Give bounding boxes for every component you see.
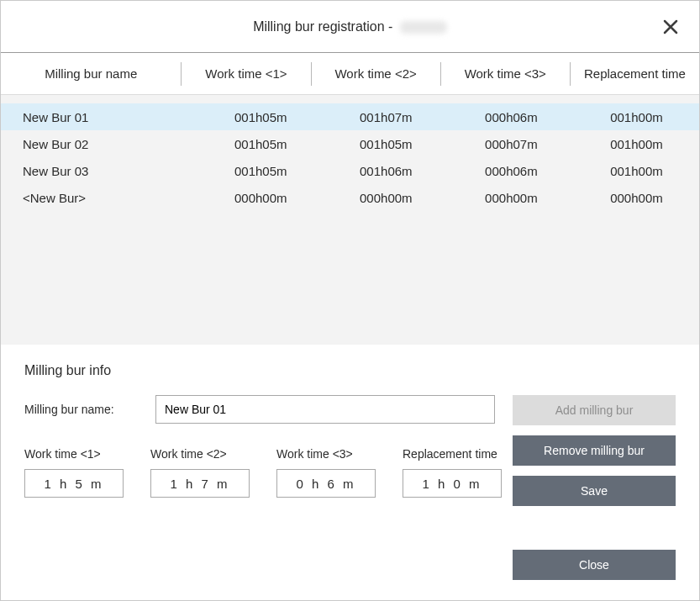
wt1-label: Work time <1> <box>24 447 124 461</box>
cell-value: 000h00m <box>198 191 324 205</box>
worktime-row: Work time <1> 1 h 5 m Work time <2> 1 h … <box>24 447 676 498</box>
cell-value: 001h00m <box>574 164 699 178</box>
cell-value: 000h00m <box>324 191 449 205</box>
bur-table: Milling bur name Work time <1> Work time… <box>1 53 699 345</box>
table-row[interactable]: New Bur 02001h05m001h05m000h07m001h00m <box>1 130 699 157</box>
wt1-input[interactable]: 1 h 5 m <box>24 469 124 498</box>
wt2-input[interactable]: 1 h 7 m <box>150 469 250 498</box>
cell-value: 000h00m <box>449 191 574 205</box>
wt2-col: Work time <2> 1 h 7 m <box>150 447 250 498</box>
wt3-label: Work time <3> <box>276 447 376 461</box>
cell-value: 000h06m <box>449 164 574 178</box>
cell-value: 000h06m <box>449 110 574 124</box>
cell-value: 001h05m <box>198 110 324 124</box>
wt1-col: Work time <1> 1 h 5 m <box>24 447 124 498</box>
col-name: Milling bur name <box>1 66 181 81</box>
cell-value: 001h00m <box>574 110 699 124</box>
name-input[interactable] <box>155 395 495 424</box>
cell-value: 001h00m <box>574 137 699 151</box>
footer: Close <box>1 550 699 600</box>
cell-value: 001h05m <box>198 164 324 178</box>
title-text: Milling bur registration - <box>253 19 397 34</box>
col-wt1: Work time <1> <box>182 66 310 81</box>
table-row[interactable]: <New Bur>000h00m000h00m000h00m000h00m <box>1 184 699 211</box>
cell-name: <New Bur> <box>1 191 198 205</box>
col-replacement: Replacement time <box>571 66 699 81</box>
cell-value: 001h05m <box>198 137 324 151</box>
add-milling-bur-button[interactable]: Add milling bur <box>513 395 676 425</box>
info-panel: Milling bur info Milling bur name: Add m… <box>1 345 699 550</box>
title-suffix-blur <box>400 21 447 34</box>
cell-name: New Bur 02 <box>1 137 198 151</box>
table-row[interactable]: New Bur 03001h05m001h06m000h06m001h00m <box>1 157 699 184</box>
titlebar: Milling bur registration - <box>1 1 699 53</box>
replacement-label: Replacement time <box>403 447 502 461</box>
name-and-buttons-row: Milling bur name: Add milling bur Remove… <box>24 395 676 424</box>
cell-name: New Bur 01 <box>1 110 198 124</box>
name-label: Milling bur name: <box>24 403 155 416</box>
info-title: Milling bur info <box>24 363 676 378</box>
close-icon[interactable] <box>662 18 679 35</box>
close-button[interactable]: Close <box>513 550 676 580</box>
wt3-input[interactable]: 0 h 6 m <box>276 469 376 498</box>
wt3-col: Work time <3> 0 h 6 m <box>276 447 376 498</box>
col-wt3: Work time <3> <box>441 66 570 81</box>
dialog-title: Milling bur registration - <box>253 19 447 34</box>
cell-name: New Bur 03 <box>1 164 198 178</box>
cell-value: 000h00m <box>574 191 699 205</box>
table-body: New Bur 01001h05m001h07m000h06m001h00mNe… <box>1 95 699 345</box>
replacement-input[interactable]: 1 h 0 m <box>403 469 502 498</box>
table-row[interactable]: New Bur 01001h05m001h07m000h06m001h00m <box>1 103 699 130</box>
cell-value: 000h07m <box>449 137 574 151</box>
replacement-col: Replacement time 1 h 0 m <box>403 447 502 498</box>
cell-value: 001h05m <box>324 137 449 151</box>
col-wt2: Work time <2> <box>312 66 440 81</box>
wt2-label: Work time <2> <box>150 447 250 461</box>
cell-value: 001h06m <box>324 164 449 178</box>
cell-value: 001h07m <box>324 110 449 124</box>
table-header: Milling bur name Work time <1> Work time… <box>1 53 699 95</box>
